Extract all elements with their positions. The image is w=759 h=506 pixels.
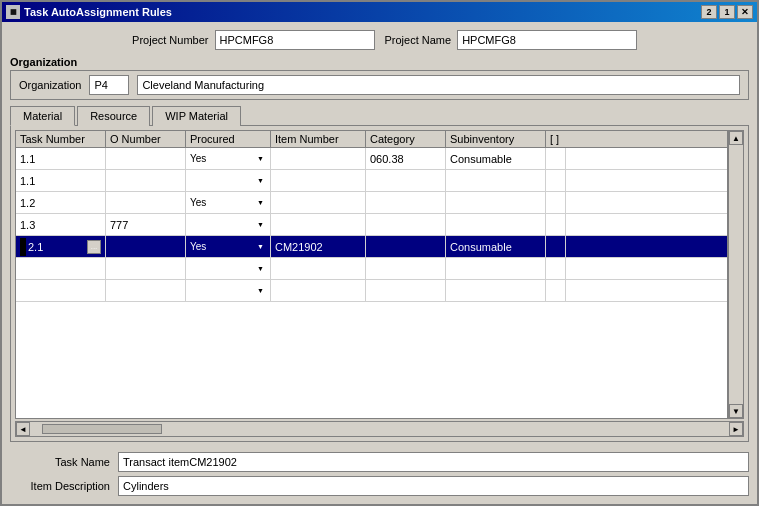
cell-category-1[interactable]: 060.38 (366, 148, 446, 169)
task-name-label: Task Name (10, 456, 110, 468)
main-window: ▦ Task AutoAssignment Rules 2 1 ✕ Projec… (0, 0, 759, 506)
cell-procured-1[interactable]: Yes No (186, 148, 271, 169)
cell-o-6[interactable] (106, 258, 186, 279)
procured-select-1[interactable]: Yes No (190, 153, 266, 164)
vertical-scrollbar: ▲ ▼ (728, 130, 744, 419)
tab-wip-material[interactable]: WIP Material (152, 106, 241, 126)
procured-select-5[interactable]: Yes No (190, 241, 266, 252)
col-procured: Procured (186, 131, 271, 147)
cell-end-7 (546, 280, 566, 301)
cell-category-2[interactable] (366, 170, 446, 191)
cell-task-5[interactable]: 2.1 ... (16, 236, 106, 257)
cell-category-7[interactable] (366, 280, 446, 301)
cell-end-5 (546, 236, 566, 257)
bottom-fields: Task Name Item Description (10, 452, 749, 496)
cell-subinventory-6[interactable] (446, 258, 546, 279)
cell-category-5[interactable] (366, 236, 446, 257)
org-code-input[interactable] (89, 75, 129, 95)
item-desc-row: Item Description (10, 476, 749, 496)
cell-end-2 (546, 170, 566, 191)
cell-procured-5[interactable]: Yes No (186, 236, 271, 257)
tabs-container: Material Resource WIP Material Task Numb… (10, 106, 749, 442)
row-indicator (20, 238, 26, 256)
cell-end-1 (546, 148, 566, 169)
cell-o-7[interactable] (106, 280, 186, 301)
project-number-input[interactable] (215, 30, 375, 50)
cell-end-3 (546, 192, 566, 213)
cell-procured-2[interactable]: Yes No (186, 170, 271, 191)
cell-task-7[interactable] (16, 280, 106, 301)
cell-item-2[interactable] (271, 170, 366, 191)
scroll-down-button[interactable]: ▼ (729, 404, 743, 418)
tab-resource[interactable]: Resource (77, 106, 150, 126)
close-button[interactable]: ✕ (737, 5, 753, 19)
table-header: Task Number O Number Procured Item Numbe… (16, 131, 727, 148)
ellipsis-button[interactable]: ... (87, 240, 101, 254)
title-bar: ▦ Task AutoAssignment Rules 2 1 ✕ (2, 2, 757, 22)
cell-task-6[interactable] (16, 258, 106, 279)
tab-bar: Material Resource WIP Material (10, 106, 749, 126)
org-name-input[interactable] (137, 75, 740, 95)
item-desc-label: Item Description (10, 480, 110, 492)
restore-button[interactable]: 1 (719, 5, 735, 19)
horizontal-scrollbar: ◄ ► (15, 421, 744, 437)
cell-subinventory-7[interactable] (446, 280, 546, 301)
table-row: 1.1 Yes No (16, 170, 727, 192)
cell-category-4[interactable] (366, 214, 446, 235)
cell-end-6 (546, 258, 566, 279)
scroll-right-button[interactable]: ► (729, 422, 743, 436)
cell-end-4 (546, 214, 566, 235)
window-content: Project Number Project Name Organization… (2, 22, 757, 504)
cell-o-2[interactable] (106, 170, 186, 191)
cell-o-5[interactable] (106, 236, 186, 257)
col-item-number: Item Number (271, 131, 366, 147)
cell-category-3[interactable] (366, 192, 446, 213)
cell-item-7[interactable] (271, 280, 366, 301)
cell-task-2[interactable]: 1.1 (16, 170, 106, 191)
cell-procured-3[interactable]: Yes No (186, 192, 271, 213)
cell-item-4[interactable] (271, 214, 366, 235)
cell-procured-4[interactable]: Yes No (186, 214, 271, 235)
procured-select-2[interactable]: Yes No (190, 175, 266, 186)
cell-subinventory-3[interactable] (446, 192, 546, 213)
cell-subinventory-1[interactable]: Consumable (446, 148, 546, 169)
item-desc-input[interactable] (118, 476, 749, 496)
table-row-selected: 2.1 ... Yes No (16, 236, 727, 258)
scroll-left-button[interactable]: ◄ (16, 422, 30, 436)
cell-item-6[interactable] (271, 258, 366, 279)
cell-subinventory-2[interactable] (446, 170, 546, 191)
cell-o-1[interactable] (106, 148, 186, 169)
cell-task-4[interactable]: 1.3 (16, 214, 106, 235)
scroll-track-v (729, 145, 743, 404)
cell-task-1[interactable]: 1.1 (16, 148, 106, 169)
scroll-thumb-h[interactable] (42, 424, 162, 434)
project-name-input[interactable] (457, 30, 637, 50)
cell-category-6[interactable] (366, 258, 446, 279)
org-section-wrapper: Organization Organization (10, 56, 749, 100)
cell-procured-7[interactable]: Yes No (186, 280, 271, 301)
procured-select-7[interactable]: Yes No (190, 285, 266, 296)
cell-item-1[interactable] (271, 148, 366, 169)
col-task-number: Task Number (16, 131, 106, 147)
cell-subinventory-4[interactable] (446, 214, 546, 235)
cell-item-5[interactable]: CM21902 (271, 236, 366, 257)
cell-o-3[interactable] (106, 192, 186, 213)
task-name-input[interactable] (118, 452, 749, 472)
cell-subinventory-5[interactable]: Consumable (446, 236, 546, 257)
cell-task-3[interactable]: 1.2 (16, 192, 106, 213)
minimize-button[interactable]: 2 (701, 5, 717, 19)
cell-item-3[interactable] (271, 192, 366, 213)
procured-select-4[interactable]: Yes No (190, 219, 266, 230)
scroll-up-button[interactable]: ▲ (729, 131, 743, 145)
window-title: Task AutoAssignment Rules (24, 6, 701, 18)
procured-select-6[interactable]: Yes No (190, 263, 266, 274)
col-subinventory: Subinventory (446, 131, 546, 147)
org-label: Organization (19, 79, 81, 91)
table-row: Yes No (16, 280, 727, 302)
tab-material[interactable]: Material (10, 106, 75, 126)
cell-o-4[interactable]: 777 (106, 214, 186, 235)
window-controls: 2 1 ✕ (701, 5, 753, 19)
procured-select-3[interactable]: Yes No (190, 197, 266, 208)
table-row: 1.2 Yes No (16, 192, 727, 214)
cell-procured-6[interactable]: Yes No (186, 258, 271, 279)
